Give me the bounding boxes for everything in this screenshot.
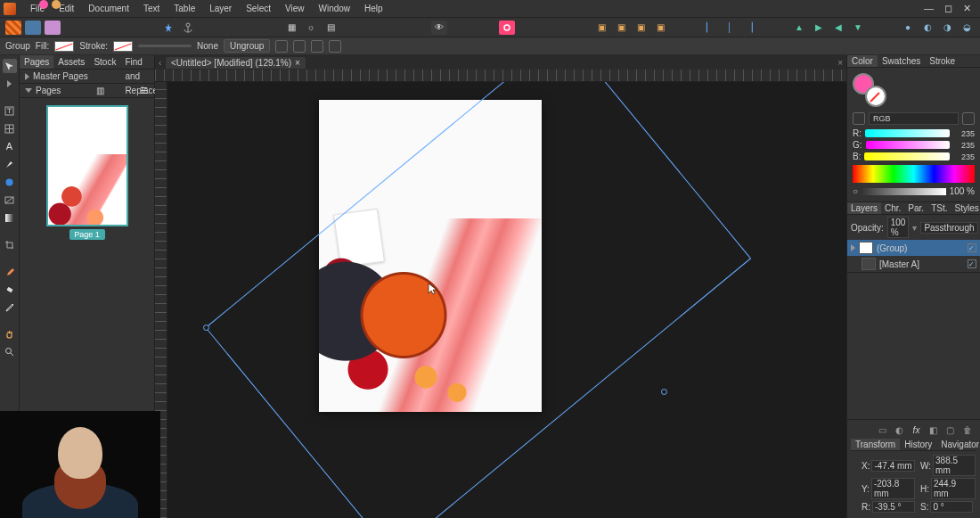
tab-transform[interactable]: Transform (851, 439, 900, 450)
eraser-tool-icon[interactable] (3, 282, 17, 296)
color-mode-select[interactable]: RGB (869, 112, 959, 125)
channel-r-slider[interactable] (865, 129, 950, 137)
channel-b-value[interactable]: 235 (953, 152, 975, 161)
menu-view[interactable]: View (278, 0, 312, 18)
color-picker-tool-icon[interactable] (3, 300, 17, 314)
blend-mode-select[interactable]: Passthrough (920, 222, 977, 234)
arrange-forward-icon[interactable]: ▣ (633, 21, 649, 35)
pen-tool-icon[interactable] (3, 157, 17, 171)
play-icon[interactable] (3, 77, 17, 91)
shape-tool-icon[interactable] (3, 175, 17, 189)
artistic-text-tool-icon[interactable]: A (3, 139, 17, 153)
menu-text[interactable]: Text (136, 0, 167, 18)
menu-document[interactable]: Document (81, 0, 136, 18)
table-tool-icon[interactable] (3, 121, 17, 136)
boolean-xor-icon[interactable]: ◒ (959, 21, 975, 35)
doc-tab-close-all-icon[interactable]: × (837, 58, 843, 68)
stroke-width-value[interactable]: None (197, 41, 218, 51)
channel-g-slider[interactable] (866, 141, 950, 149)
tab-swatches[interactable]: Swatches (878, 55, 925, 67)
menu-select[interactable]: Select (239, 0, 278, 18)
move-tool-icon[interactable] (3, 59, 17, 73)
delete-layer-icon[interactable]: 🗑 (961, 424, 973, 436)
crop-tool-icon[interactable] (3, 237, 17, 251)
preview-icon[interactable]: ☼ (303, 21, 319, 35)
convert-icon[interactable] (329, 40, 341, 53)
show-all-icon[interactable] (311, 40, 323, 53)
expand-layer-icon[interactable] (851, 244, 855, 251)
anchor-icon[interactable] (180, 21, 196, 35)
menu-window[interactable]: Window (312, 0, 358, 18)
hue-strip[interactable] (853, 165, 975, 183)
selection-handle[interactable] (203, 325, 209, 331)
frame-text-tool-icon[interactable] (3, 103, 17, 118)
menu-table[interactable]: Table (167, 0, 202, 18)
preflight-icon[interactable]: ▦ (283, 21, 299, 35)
canvas-viewport[interactable] (167, 82, 846, 518)
eyedropper-icon[interactable] (52, 0, 61, 9)
flip-h-icon[interactable]: ▲ (791, 21, 807, 35)
tab-stroke[interactable]: Stroke (925, 55, 960, 67)
flip-v-icon[interactable]: ▶ (811, 21, 827, 35)
lock-children-icon[interactable] (275, 40, 288, 53)
zoom-tool-icon[interactable] (3, 344, 17, 358)
tab-paragraph[interactable]: Par. (904, 202, 927, 214)
add-layer-icon[interactable]: ▢ (944, 424, 956, 436)
doc-tab-prev-icon[interactable]: ‹ (159, 58, 162, 68)
align-left-icon[interactable]: ▏ (702, 21, 718, 35)
tab-navigator[interactable]: Navigator (936, 439, 980, 450)
layer-adjustment-icon[interactable]: ◐ (894, 424, 905, 436)
layer-fx-icon[interactable]: fx (911, 424, 922, 436)
tab-history[interactable]: History (900, 439, 936, 450)
hide-selection-icon[interactable] (293, 40, 306, 53)
recent-color-icon[interactable] (39, 0, 48, 9)
y-field[interactable]: -203.8 mm (871, 478, 915, 499)
layer-row-master[interactable]: [Master A] (847, 256, 980, 272)
alpha-slider[interactable] (862, 188, 946, 195)
boolean-add-icon[interactable]: ● (900, 21, 916, 35)
transform-anchor-picker[interactable] (854, 455, 856, 485)
fill-swatch[interactable] (54, 41, 74, 52)
rotate-ccw-icon[interactable]: ◀ (830, 21, 846, 35)
other-tool-icon[interactable]: ▤ (323, 21, 339, 35)
layer-crop-icon[interactable]: ◧ (927, 424, 939, 436)
tab-textstyles[interactable]: TSt. (927, 202, 951, 214)
rotate-cw-icon[interactable]: ▼ (850, 21, 866, 35)
layer-row-group[interactable]: (Group) (847, 240, 980, 256)
arrange-back-icon[interactable]: ▣ (593, 21, 609, 35)
pin-icon[interactable] (160, 21, 176, 35)
tab-assets[interactable]: Assets (53, 55, 89, 69)
layer-visibility-checkbox[interactable] (968, 243, 976, 252)
h-field[interactable]: 244.9 mm (931, 478, 976, 499)
menu-help[interactable]: Help (357, 0, 390, 18)
arrange-front-icon[interactable]: ▣ (652, 21, 668, 35)
view-mode-icon[interactable]: 👁 (431, 21, 447, 35)
tab-pages[interactable]: Pages (20, 55, 53, 69)
ungroup-button[interactable]: Ungroup (224, 39, 270, 53)
persona-photo-icon[interactable] (45, 21, 61, 35)
ruler-horizontal[interactable] (155, 70, 846, 82)
layer-visibility-checkbox[interactable] (968, 259, 976, 268)
window-close-icon[interactable]: ✕ (963, 3, 971, 14)
alpha-value[interactable]: 100 % (950, 186, 975, 196)
arrange-backward-icon[interactable]: ▣ (613, 21, 629, 35)
pages-facing-icon[interactable]: ▥ (95, 86, 105, 95)
w-field[interactable]: 388.5 mm (933, 455, 976, 476)
expand-pages-icon[interactable] (25, 88, 32, 93)
channel-b-slider[interactable] (864, 152, 950, 160)
menu-layer[interactable]: Layer (202, 0, 239, 18)
tab-styles[interactable]: Styles (951, 202, 981, 214)
page-thumbnail-1[interactable] (46, 105, 128, 226)
color-options-icon[interactable] (962, 112, 975, 125)
gradient-tool-icon[interactable] (3, 210, 17, 225)
channel-g-value[interactable]: 235 (953, 141, 975, 150)
expand-master-pages-icon[interactable] (25, 73, 29, 80)
align-center-icon[interactable]: │ (722, 21, 738, 35)
selection-handle[interactable] (661, 389, 667, 395)
window-minimize-icon[interactable]: — (924, 3, 934, 14)
stroke-swatch[interactable] (113, 41, 133, 52)
channel-r-value[interactable]: 235 (953, 129, 975, 138)
image-frame-tool-icon[interactable] (3, 193, 17, 207)
layer-mask-icon[interactable]: ▭ (877, 424, 888, 436)
tab-character[interactable]: Chr. (881, 202, 904, 214)
